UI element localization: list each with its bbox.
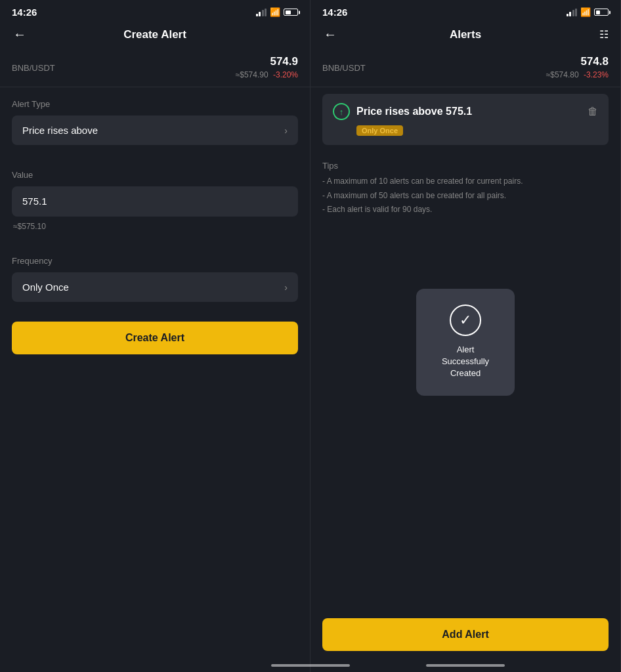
right-panel-wrapper: 14:26 📶 ← Alerts ☷ BNB/USDT	[310, 0, 620, 672]
pair-price-left: 574.9 ≈$574.90 -3.20%	[236, 55, 298, 80]
value-hint: ≈$575.10	[12, 222, 298, 231]
success-toast: ✓ Alert Successfully Created	[416, 289, 515, 396]
tips-line-2: - A maximum of 50 alerts can be created …	[322, 189, 609, 203]
home-indicator-right	[426, 664, 505, 667]
alert-frequency-badge: Only Once	[356, 125, 403, 136]
frequency-section: Frequency Only Once ›	[0, 244, 310, 315]
header-right: ← Alerts ☷	[310, 22, 620, 50]
battery-icon-right	[594, 9, 609, 16]
battery-icon-left	[284, 9, 298, 16]
value-section: Value 575.1 ≈$575.10	[0, 158, 310, 244]
back-button-left[interactable]: ←	[12, 27, 28, 42]
signal-icon-right	[567, 9, 578, 16]
alert-up-icon: ↑	[333, 103, 350, 120]
pair-price-right: 574.8 ≈$574.80 -3.23%	[546, 55, 609, 80]
wifi-icon-right: 📶	[580, 7, 591, 17]
alert-item-title: Price rises above 575.1	[356, 106, 581, 117]
page-title-left: Create Alert	[123, 28, 186, 41]
alerts-panel: 14:26 📶 ← Alerts ☷ BNB/USDT	[310, 0, 621, 672]
frequency-label: Frequency	[12, 256, 298, 266]
tips-title: Tips	[322, 161, 609, 171]
alert-type-section: Alert Type Price rises above ›	[0, 87, 310, 158]
create-alert-button[interactable]: Create Alert	[12, 322, 298, 354]
alert-type-selector[interactable]: Price rises above ›	[12, 116, 298, 145]
menu-list-icon: ☷	[599, 29, 609, 40]
alert-item-header: ↑ Price rises above 575.1 🗑	[333, 103, 598, 120]
pair-label-right: BNB/USDT	[322, 62, 366, 74]
frequency-value: Only Once	[22, 282, 69, 293]
signal-icon-left	[256, 9, 267, 16]
status-bar-right: 14:26 📶	[310, 0, 620, 22]
chevron-right-icon: ›	[284, 125, 288, 136]
tips-content: - A maximum of 10 alerts can be created …	[322, 175, 609, 217]
tips-line-1: - A maximum of 10 alerts can be created …	[322, 175, 609, 189]
delete-alert-icon[interactable]: 🗑	[588, 106, 598, 117]
create-alert-panel: 14:26 📶 ← Create Alert BNB/USDT 574.9 ≈$…	[0, 0, 310, 672]
time-left: 14:26	[12, 7, 37, 18]
back-button-right[interactable]: ←	[322, 27, 338, 42]
add-alert-button[interactable]: Add Alert	[322, 618, 609, 651]
pair-row-left: BNB/USDT 574.9 ≈$574.90 -3.20%	[0, 50, 310, 87]
alert-type-value: Price rises above	[22, 125, 98, 136]
tips-line-3: - Each alert is valid for 90 days.	[322, 203, 609, 217]
status-icons-right: 📶	[567, 7, 609, 17]
success-message: Alert Successfully Created	[437, 344, 494, 380]
pair-label-left: BNB/USDT	[12, 62, 55, 74]
page-title-right: Alerts	[450, 28, 481, 41]
chevron-right-icon-freq: ›	[284, 282, 288, 293]
tips-section: Tips - A maximum of 10 alerts can be cre…	[310, 152, 620, 226]
success-check-icon: ✓	[450, 304, 481, 336]
pair-row-right: BNB/USDT 574.8 ≈$574.80 -3.23%	[310, 50, 620, 87]
value-label: Value	[12, 170, 298, 180]
header-left: ← Create Alert	[0, 22, 310, 50]
alert-type-label: Alert Type	[12, 99, 298, 109]
value-input: 575.1	[22, 196, 47, 207]
divider-right	[310, 87, 620, 87]
wifi-icon-left: 📶	[270, 7, 280, 17]
frequency-selector[interactable]: Only Once ›	[12, 272, 298, 302]
list-icon-right[interactable]: ☷	[593, 28, 609, 41]
time-right: 14:26	[322, 7, 347, 18]
value-input-field[interactable]: 575.1	[12, 186, 298, 217]
status-icons-left: 📶	[256, 7, 299, 17]
status-bar-left: 14:26 📶	[0, 0, 310, 22]
alert-list-item: ↑ Price rises above 575.1 🗑 Only Once	[322, 94, 609, 145]
